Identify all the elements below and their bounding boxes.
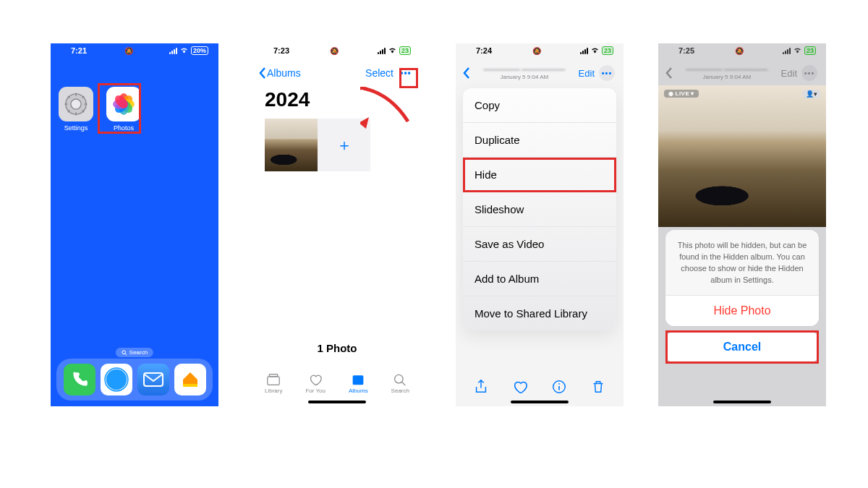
tab-search[interactable]: Search [391, 373, 409, 394]
svg-rect-30 [269, 374, 277, 376]
dock [56, 359, 213, 401]
phone-album-view: 7:23🔕 23 Albums Select ••• 2024 ＋ 1 Phot… [253, 43, 421, 406]
tab-library[interactable]: Library [265, 373, 282, 394]
status-indicators: 23 [580, 46, 613, 55]
nav-bar: Albums Select ••• [253, 58, 421, 85]
battery-icon: 20% [191, 46, 208, 55]
menu-hide[interactable]: Hide [463, 158, 616, 192]
photos-icon [106, 87, 141, 121]
svg-rect-26 [183, 384, 197, 387]
cellular-icon [169, 48, 177, 54]
more-button[interactable]: ••• [599, 65, 615, 81]
bottom-toolbar [456, 379, 624, 398]
album-title: 2024 [253, 85, 421, 119]
app-mail[interactable] [137, 364, 169, 395]
cancel-button[interactable]: Cancel [665, 332, 819, 362]
photo-preview: ◉ LIVE ▾ 👤▾ [658, 85, 826, 227]
people-badge[interactable]: 👤▾ [803, 90, 820, 98]
app-safari[interactable] [101, 364, 132, 395]
select-button[interactable]: Select [365, 67, 393, 79]
nav-bar: ————— —————— January 5 9:04 AM Edit ••• [658, 58, 826, 84]
favorite-button[interactable] [512, 379, 528, 398]
photo-metadata: ————— —————— January 5 9:04 AM [673, 66, 781, 80]
edit-button[interactable]: Edit [579, 68, 595, 79]
delete-button[interactable] [590, 379, 606, 398]
app-settings[interactable]: Settings [56, 87, 96, 132]
spotlight-search[interactable]: Search [116, 348, 153, 357]
phone-home-screen: 7:21🔕 20% Settings [51, 43, 218, 406]
home-apps: Settings Photos [51, 58, 218, 132]
battery-icon: 23 [804, 46, 816, 55]
back-button[interactable] [463, 67, 470, 79]
info-button[interactable] [551, 379, 567, 398]
app-label: Settings [56, 124, 96, 132]
cellular-icon [378, 48, 386, 54]
status-bar: 7:23🔕 23 [253, 43, 421, 58]
svg-point-32 [395, 374, 403, 382]
menu-copy[interactable]: Copy [463, 88, 616, 123]
svg-point-1 [71, 99, 81, 109]
menu-add-album[interactable]: Add to Album [463, 262, 616, 296]
status-bar: 7:25🔕 23 [658, 43, 826, 58]
phone-hide-confirm: 7:25🔕 23 ————— —————— January 5 9:04 AM … [658, 43, 826, 406]
sheet-message: This photo will be hidden, but can be fo… [665, 230, 819, 295]
back-button[interactable]: Albums [259, 67, 301, 79]
photo-thumbnail[interactable] [265, 119, 318, 171]
menu-save-video[interactable]: Save as Video [463, 227, 616, 262]
clock: 7:21 [71, 46, 87, 55]
svg-line-33 [402, 382, 406, 385]
tab-albums[interactable]: Albums [349, 373, 368, 394]
share-button[interactable] [473, 379, 489, 398]
back-button[interactable] [665, 67, 673, 79]
battery-icon: 23 [602, 46, 613, 55]
hide-photo-button[interactable]: Hide Photo [665, 295, 819, 326]
svg-rect-29 [268, 376, 279, 384]
status-bar: 7:24🔕 23 [456, 43, 624, 58]
wifi-icon [179, 46, 189, 55]
menu-slideshow[interactable]: Slideshow [463, 192, 616, 227]
nav-bar: ————— —————— January 5 9:04 AM Edit ••• [456, 58, 624, 84]
status-bar: 7:21🔕 20% [51, 43, 218, 58]
home-indicator[interactable] [308, 401, 366, 403]
more-button: ••• [801, 65, 817, 81]
wifi-icon [590, 46, 600, 55]
tab-for-you[interactable]: For You [305, 373, 326, 394]
home-indicator[interactable] [713, 401, 771, 403]
home-indicator[interactable] [511, 401, 569, 403]
app-label: Photos [103, 124, 144, 132]
svg-point-36 [558, 383, 560, 385]
menu-move-shared[interactable]: Move to Shared Library [463, 296, 616, 330]
svg-line-19 [125, 354, 127, 355]
clock: 7:25 [678, 46, 694, 55]
svg-rect-25 [144, 373, 163, 386]
app-home[interactable] [174, 364, 206, 395]
more-button[interactable]: ••• [398, 65, 414, 81]
svg-point-18 [122, 351, 126, 354]
cellular-icon [783, 48, 791, 54]
phone-context-menu: 7:24🔕 23 ————— —————— January 5 9:04 AM … [456, 43, 624, 406]
cellular-icon [580, 48, 588, 54]
app-photos[interactable]: Photos [103, 87, 144, 132]
context-menu: Copy Duplicate Hide Slideshow Save as Vi… [463, 88, 616, 330]
live-badge: ◉ LIVE ▾ [664, 90, 699, 98]
svg-rect-31 [353, 375, 364, 385]
clock: 7:23 [273, 46, 289, 55]
photo-grid: ＋ [253, 119, 421, 171]
clock: 7:24 [476, 46, 492, 55]
status-indicators: 20% [169, 46, 208, 55]
menu-duplicate[interactable]: Duplicate [463, 123, 616, 158]
status-indicators: 23 [378, 46, 411, 55]
wifi-icon [388, 46, 397, 55]
photo-metadata: ————— —————— January 5 9:04 AM [470, 66, 579, 80]
battery-icon: 23 [399, 46, 411, 55]
add-photo-tile[interactable]: ＋ [318, 119, 370, 171]
edit-button: Edit [781, 68, 797, 79]
app-phone[interactable] [64, 364, 95, 395]
svg-point-22 [106, 369, 126, 390]
photo-count: 1 Photo [253, 342, 421, 354]
action-sheet: This photo will be hidden, but can be fo… [665, 230, 819, 362]
status-indicators: 23 [783, 46, 816, 55]
settings-icon [59, 87, 93, 121]
wifi-icon [793, 46, 802, 55]
